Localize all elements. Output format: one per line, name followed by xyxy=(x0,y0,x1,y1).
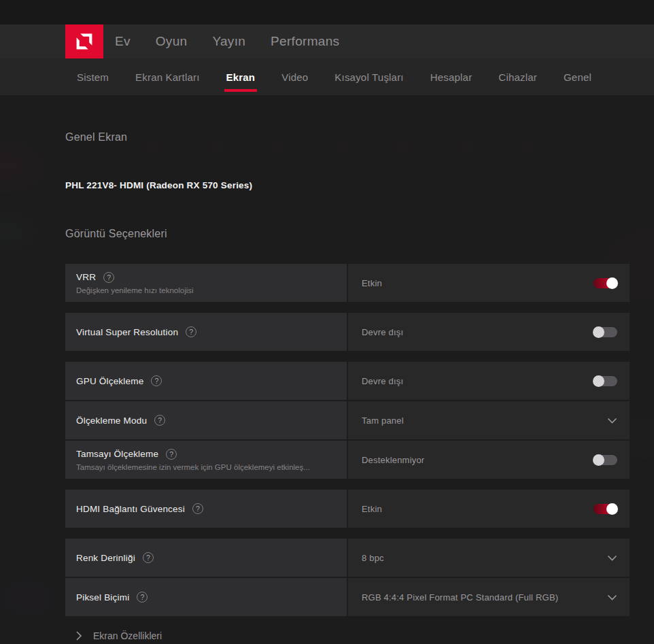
display-name: PHL 221V8- HDMI (Radeon RX 570 Series) xyxy=(65,180,630,190)
tab-hesaplar[interactable]: Hesaplar xyxy=(430,69,472,86)
chevron-down-icon[interactable] xyxy=(607,555,617,561)
setting-label-cell: Tamsayı Ölçekleme ? Tamsayı ölçeklemesin… xyxy=(65,441,348,479)
setting-value: Etkin xyxy=(362,278,382,288)
sub-nav: SistemEkran KartlarıEkranVideoKısayol Tu… xyxy=(0,58,654,95)
help-icon[interactable]: ? xyxy=(186,326,196,337)
display-properties-expander[interactable]: Ekran Özellikleri xyxy=(65,630,630,641)
toggle-knob xyxy=(593,454,604,466)
setting-row-vrr: VRR ? Değişken yenileme hızı teknolojisi… xyxy=(65,264,630,302)
setting-group: GPU Ölçekleme ? Devre dışı Ölçekleme Mod… xyxy=(65,362,630,479)
setting-value-cell[interactable]: RGB 4:4:4 Pixel Format PC Standard (Full… xyxy=(348,578,630,616)
amd-logo[interactable] xyxy=(65,24,103,58)
setting-value: 8 bpc xyxy=(362,553,384,563)
toggle-knob xyxy=(606,277,618,289)
setting-label: HDMI Bağlantı Güvencesi xyxy=(76,504,185,514)
chevron-down-icon[interactable] xyxy=(607,418,617,424)
setting-value-cell[interactable]: Devre dışı xyxy=(348,313,630,351)
setting-value: Desteklenmiyor xyxy=(362,455,424,465)
help-icon[interactable]: ? xyxy=(103,272,114,283)
setting-value: Devre dışı xyxy=(362,327,403,337)
nav-item-performans[interactable]: Performans xyxy=(271,34,339,49)
setting-row-tamsay-l-ekleme: Tamsayı Ölçekleme ? Tamsayı ölçeklemesin… xyxy=(65,441,630,479)
main-nav: EvOyunYayınPerformans xyxy=(0,24,654,58)
setting-label-cell: Virtual Super Resolution ? xyxy=(65,313,348,351)
setting-value: Tam panel xyxy=(362,416,404,426)
nav-item-oyun[interactable]: Oyun xyxy=(156,34,188,49)
setting-label: Piksel Biçimi xyxy=(76,592,129,603)
setting-value-cell[interactable]: Etkin xyxy=(348,264,630,302)
toggle-knob xyxy=(593,375,604,387)
tab-genel[interactable]: Genel xyxy=(564,69,591,86)
setting-row-hdmi-ba-lant-g-vencesi: HDMI Bağlantı Güvencesi ? Etkin xyxy=(65,490,630,528)
chevron-down-icon[interactable] xyxy=(607,594,617,600)
setting-label: Ölçekleme Modu xyxy=(76,416,147,426)
setting-group: Renk Derinliği ? 8 bpc Piksel Biçimi ? R… xyxy=(65,539,630,616)
setting-label-cell: HDMI Bağlantı Güvencesi ? xyxy=(65,490,348,528)
chevron-right-icon xyxy=(76,631,82,641)
setting-value-cell[interactable]: Tam panel xyxy=(348,401,630,439)
section-title-goruntu-secenekleri: Görüntü Seçenekleri xyxy=(65,228,630,240)
toggle-knob xyxy=(606,503,618,515)
setting-row-gpu-l-ekleme: GPU Ölçekleme ? Devre dışı xyxy=(65,362,630,400)
display-properties-label: Ekran Özellikleri xyxy=(93,630,162,641)
setting-value: Etkin xyxy=(362,504,382,514)
setting-value-cell[interactable]: Desteklenmiyor xyxy=(348,441,630,479)
setting-value-cell[interactable]: Etkin xyxy=(348,490,630,528)
setting-group: HDMI Bağlantı Güvencesi ? Etkin xyxy=(65,490,630,528)
nav-item-yay-n[interactable]: Yayın xyxy=(212,34,245,49)
setting-label: Tamsayı Ölçekleme xyxy=(76,449,158,459)
settings-panel: Genel Ekran PHL 221V8- HDMI (Radeon RX 5… xyxy=(0,95,654,644)
help-icon[interactable]: ? xyxy=(192,503,203,514)
tab-cihazlar[interactable]: Cihazlar xyxy=(498,69,537,86)
setting-label-cell: Piksel Biçimi ? xyxy=(65,578,348,616)
main-nav-items: EvOyunYayınPerformans xyxy=(103,34,339,49)
radeon-settings-window: EvOyunYayınPerformans SistemEkran Kartla… xyxy=(0,0,654,644)
setting-value-cell[interactable]: Devre dışı xyxy=(348,362,630,400)
setting-subtitle: Tamsayı ölçeklemesine izin vermek için G… xyxy=(76,463,334,471)
toggle-switch[interactable] xyxy=(593,376,617,386)
toggle-switch[interactable] xyxy=(593,455,617,465)
settings-list: VRR ? Değişken yenileme hızı teknolojisi… xyxy=(65,264,630,616)
help-icon[interactable]: ? xyxy=(143,552,154,563)
setting-label-cell: Renk Derinliği ? xyxy=(65,539,348,577)
toggle-switch[interactable] xyxy=(593,504,617,514)
tab-k-sayol-tu-lar[interactable]: Kısayol Tuşları xyxy=(334,69,403,86)
setting-label: VRR xyxy=(76,272,96,282)
toggle-switch[interactable] xyxy=(593,278,617,288)
setting-group: Virtual Super Resolution ? Devre dışı xyxy=(65,313,630,351)
setting-label-cell: VRR ? Değişken yenileme hızı teknolojisi xyxy=(65,264,348,302)
section-title-genel-ekran: Genel Ekran xyxy=(65,131,630,143)
setting-row-virtual-super-resolution: Virtual Super Resolution ? Devre dışı xyxy=(65,313,630,351)
setting-label: Virtual Super Resolution xyxy=(76,327,178,337)
tab-video[interactable]: Video xyxy=(281,69,308,86)
setting-value: RGB 4:4:4 Pixel Format PC Standard (Full… xyxy=(362,592,558,603)
setting-label-cell: Ölçekleme Modu ? xyxy=(65,401,348,439)
help-icon[interactable]: ? xyxy=(137,592,148,603)
setting-row-piksel-bi-imi: Piksel Biçimi ? RGB 4:4:4 Pixel Format P… xyxy=(65,578,630,616)
window-titlebar xyxy=(0,0,654,24)
tab-ekran[interactable]: Ekran xyxy=(226,69,256,86)
setting-value: Devre dışı xyxy=(362,376,403,386)
tab-ekran-kartlar[interactable]: Ekran Kartları xyxy=(135,69,200,86)
tab-sistem[interactable]: Sistem xyxy=(77,69,109,86)
setting-row-l-ekleme-modu: Ölçekleme Modu ? Tam panel xyxy=(65,401,630,439)
setting-row-renk-derinli-i: Renk Derinliği ? 8 bpc xyxy=(65,539,630,577)
help-icon[interactable]: ? xyxy=(166,449,177,460)
setting-label: Renk Derinliği xyxy=(76,553,135,563)
toggle-knob xyxy=(593,326,604,338)
help-icon[interactable]: ? xyxy=(154,415,165,426)
toggle-switch[interactable] xyxy=(593,327,617,337)
setting-subtitle: Değişken yenileme hızı teknolojisi xyxy=(76,286,334,294)
nav-item-ev[interactable]: Ev xyxy=(115,34,131,49)
help-icon[interactable]: ? xyxy=(151,375,162,386)
setting-value-cell[interactable]: 8 bpc xyxy=(348,539,630,577)
setting-label-cell: GPU Ölçekleme ? xyxy=(65,362,348,400)
setting-group: VRR ? Değişken yenileme hızı teknolojisi… xyxy=(65,264,630,302)
amd-arrow-icon xyxy=(74,31,94,52)
setting-label: GPU Ölçekleme xyxy=(76,376,143,386)
